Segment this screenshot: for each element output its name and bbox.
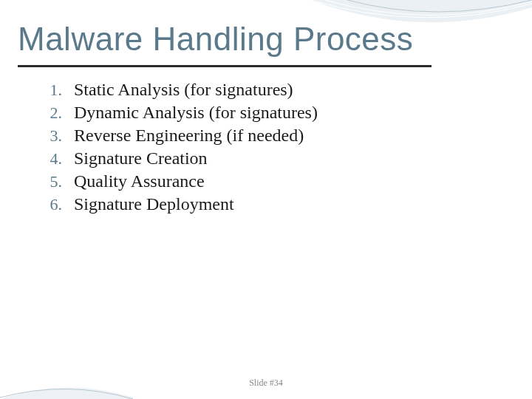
list-item: 6. Signature Deployment [37,194,480,214]
list-text: Signature Creation [74,149,208,168]
list-text: Static Analysis (for signatures) [74,80,293,100]
title-underline [18,65,432,67]
list-item: 2. Dynamic Analysis (for signatures) [37,103,480,123]
list-text: Signature Deployment [74,194,234,214]
slide-number: Slide #34 [0,378,532,389]
list-number: 2. [37,103,74,123]
list-number: 3. [37,126,74,146]
list-item: 3. Reverse Engineering (if needed) [37,126,480,146]
list-number: 1. [37,81,74,100]
list-item: 4. Signature Creation [37,149,480,168]
list-text: Quality Assurance [74,171,205,191]
list-item: 1. Static Analysis (for signatures) [37,80,480,100]
list-item: 5. Quality Assurance [37,171,480,191]
slide-title: Malware Handling Process [18,21,413,58]
list-number: 5. [37,172,74,191]
list-text: Dynamic Analysis (for signatures) [74,103,318,123]
list-number: 4. [37,149,74,168]
list-number: 6. [37,195,74,214]
slide: Malware Handling Process 1. Static Analy… [0,0,532,399]
list-text: Reverse Engineering (if needed) [74,126,304,146]
ordered-list: 1. Static Analysis (for signatures) 2. D… [37,80,480,217]
